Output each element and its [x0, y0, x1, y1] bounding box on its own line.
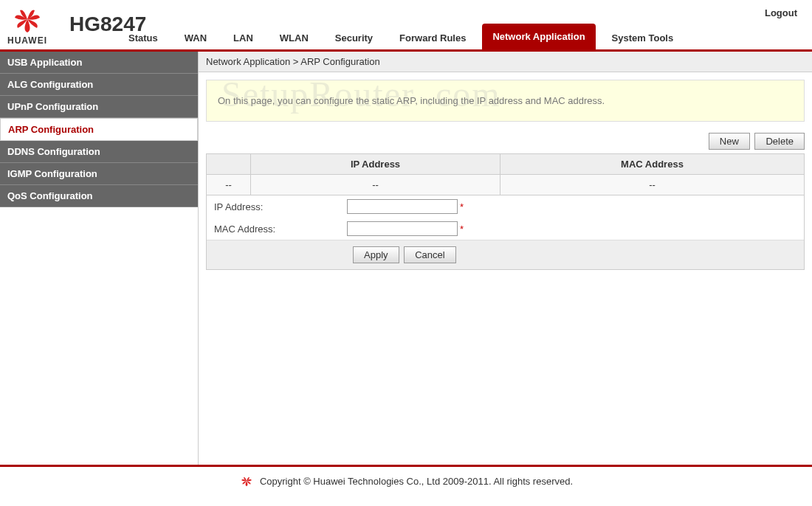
- delete-button[interactable]: Delete: [754, 133, 805, 150]
- table-header-ip: IP Address: [251, 154, 500, 175]
- required-icon: *: [460, 223, 464, 235]
- nav-system-tools[interactable]: System Tools: [602, 27, 684, 49]
- nav-network-application[interactable]: Network Application: [482, 24, 595, 49]
- huawei-logo-icon: [9, 4, 46, 34]
- nav-status[interactable]: Status: [118, 27, 168, 49]
- mac-address-input[interactable]: [347, 221, 458, 236]
- nav-security[interactable]: Security: [325, 27, 383, 49]
- sidebar-item-arp[interactable]: ARP Configuration: [0, 118, 198, 141]
- nav-wan[interactable]: WAN: [174, 27, 217, 49]
- nav-wlan[interactable]: WLAN: [269, 27, 319, 49]
- sidebar-item-upnp[interactable]: UPnP Configuration: [0, 96, 198, 118]
- form-area: IP Address: * MAC Address: * Apply Cance…: [206, 195, 805, 270]
- table-header-select: [207, 154, 251, 175]
- main-nav: Status WAN LAN WLAN Security Forward Rul…: [118, 24, 689, 49]
- table-row: -- -- --: [207, 175, 805, 195]
- new-button[interactable]: New: [709, 133, 750, 150]
- apply-button[interactable]: Apply: [353, 246, 399, 263]
- sidebar: USB Application ALG Configuration UPnP C…: [0, 52, 198, 465]
- nav-lan[interactable]: LAN: [223, 27, 264, 49]
- arp-table: IP Address MAC Address -- -- --: [206, 153, 805, 195]
- sidebar-item-igmp[interactable]: IGMP Configuration: [0, 163, 198, 185]
- breadcrumb: Network Application > ARP Configuration: [199, 52, 812, 72]
- main-content: Network Application > ARP Configuration …: [198, 52, 812, 465]
- logout-link[interactable]: Logout: [765, 7, 797, 18]
- sidebar-item-usb[interactable]: USB Application: [0, 52, 198, 74]
- ip-address-input[interactable]: [347, 199, 458, 214]
- table-header-mac: MAC Address: [500, 154, 804, 175]
- ip-label: IP Address:: [214, 201, 347, 212]
- cancel-button[interactable]: Cancel: [404, 246, 455, 263]
- table-cell-empty: --: [251, 175, 500, 195]
- info-box: On this page, you can configure the stat…: [206, 80, 805, 122]
- table-cell-empty: --: [500, 175, 804, 195]
- brand-name: HUAWEI: [7, 35, 47, 46]
- sidebar-item-ddns[interactable]: DDNS Configuration: [0, 141, 198, 163]
- sidebar-item-qos[interactable]: QoS Configuration: [0, 185, 198, 207]
- sidebar-item-alg[interactable]: ALG Configuration: [0, 74, 198, 96]
- mac-label: MAC Address:: [214, 223, 347, 235]
- footer: Copyright © Huawei Technologies Co., Ltd…: [0, 465, 812, 495]
- copyright-text: Copyright © Huawei Technologies Co., Ltd…: [260, 476, 573, 487]
- required-icon: *: [460, 201, 464, 212]
- table-cell-empty: --: [207, 175, 251, 195]
- logo: HUAWEI: [7, 4, 47, 49]
- huawei-logo-icon: [239, 474, 254, 488]
- nav-forward-rules[interactable]: Forward Rules: [389, 27, 476, 49]
